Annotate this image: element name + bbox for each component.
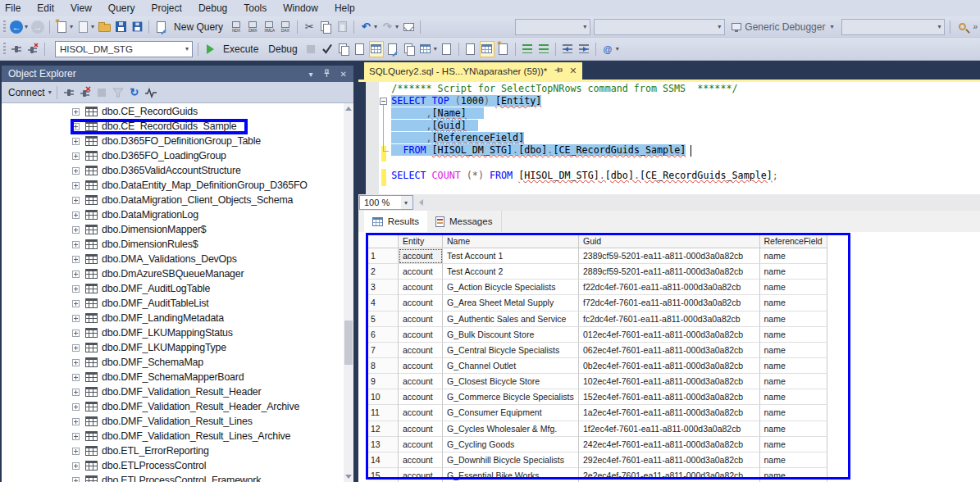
grid-cell[interactable]: account xyxy=(399,327,443,343)
grid-column-header[interactable]: Name xyxy=(443,234,579,248)
menu-file[interactable]: File xyxy=(0,0,29,16)
grid-cell[interactable]: G_Commerce Bicycle Specialists xyxy=(443,389,579,405)
expand-icon[interactable] xyxy=(72,108,80,116)
grid-cell[interactable]: G_Closest Bicycle Store xyxy=(443,374,579,389)
intellisense-icon[interactable] xyxy=(353,41,367,57)
window-position-icon[interactable]: ▾ xyxy=(309,70,313,79)
grid-cell[interactable]: account xyxy=(399,405,443,421)
dropdown-icon[interactable]: ▾ xyxy=(91,23,94,30)
nav-back-icon[interactable]: ← xyxy=(9,19,24,35)
tab-pin-icon[interactable] xyxy=(554,66,563,76)
grid-cell[interactable]: G_Central Bicycle Specialists xyxy=(443,343,579,358)
grid-cell[interactable]: account xyxy=(399,311,443,327)
open-file-icon[interactable] xyxy=(97,19,112,35)
grid-cell[interactable]: G_Channel Outlet xyxy=(443,358,579,374)
grid-cell[interactable]: G_Downhill Bicycle Specialists xyxy=(443,452,579,468)
grid-row-header[interactable]: 10 xyxy=(368,389,399,405)
hscroll-left-icon[interactable] xyxy=(419,199,423,206)
grid-cell[interactable]: account xyxy=(399,343,443,358)
cut-icon[interactable]: ✂ xyxy=(302,19,317,35)
expand-icon[interactable] xyxy=(72,403,80,411)
toolbar-grip[interactable] xyxy=(3,43,6,56)
add-item-icon[interactable] xyxy=(75,19,90,35)
grid-row-header[interactable]: 2 xyxy=(368,264,399,280)
toolbar-combo-1[interactable]: ▾ xyxy=(515,19,590,35)
results-to-grid-icon[interactable] xyxy=(480,41,495,57)
grid-corner-header[interactable] xyxy=(368,234,399,248)
grid-cell[interactable]: fc2dc4ef-7601-ea11-a811-000d3a0a82cb xyxy=(579,311,760,327)
expand-icon[interactable] xyxy=(72,182,80,189)
tree-item[interactable]: dbo.D365ValidAccountStructure xyxy=(2,163,344,178)
grid-cell[interactable]: G_Essential Bike Works xyxy=(443,468,579,482)
expand-icon[interactable] xyxy=(72,344,80,352)
grid-row-header[interactable]: 1 xyxy=(368,248,399,264)
menu-view[interactable]: View xyxy=(62,0,100,16)
grid-cell[interactable]: name xyxy=(760,280,827,295)
dropdown-icon[interactable]: ▾ xyxy=(434,45,437,52)
collapse-region-icon[interactable] xyxy=(380,98,387,105)
grid-cell[interactable]: name xyxy=(760,343,827,358)
tree-item[interactable]: dbo.DMF_LandingMetadata xyxy=(2,311,344,325)
expand-icon[interactable] xyxy=(72,433,80,440)
toolbar-grip[interactable] xyxy=(3,20,6,34)
grid-cell[interactable]: G_Consumer Equipment xyxy=(443,405,579,421)
grid-cell[interactable]: account xyxy=(399,295,443,311)
grid-cell[interactable]: 2389cf59-5201-ea11-a811-000d3a0a82cb xyxy=(579,248,760,264)
dropdown-icon[interactable]: ▾ xyxy=(70,23,73,30)
tab-messages[interactable]: Messages xyxy=(427,211,502,232)
results-to-file-icon[interactable] xyxy=(496,41,511,57)
grid-row-header[interactable]: 15 xyxy=(368,468,399,482)
grid-cell[interactable]: account xyxy=(399,358,443,374)
debug-label[interactable]: Debug xyxy=(263,43,302,55)
tree-item[interactable]: dbo.DMF_SchemaMapperBoard xyxy=(2,370,344,384)
live-query-stats-icon[interactable] xyxy=(385,41,400,57)
tree-item[interactable]: dbo.DMF_Validation_Result_Header xyxy=(2,384,344,399)
grid-cell[interactable]: name xyxy=(760,389,827,405)
expand-icon[interactable] xyxy=(72,477,80,482)
grid-cell[interactable]: name xyxy=(760,468,827,482)
grid-cell[interactable]: name xyxy=(760,374,827,389)
menu-help[interactable]: Help xyxy=(326,0,363,16)
toolbar-overflow-icon[interactable]: » xyxy=(973,22,980,31)
grid-row-header[interactable]: 6 xyxy=(368,327,399,343)
zoom-dropdown-icon[interactable]: ▾ xyxy=(401,196,413,209)
menu-edit[interactable]: Edit xyxy=(29,0,62,16)
include-actual-plan-icon[interactable] xyxy=(369,41,384,57)
comment-icon[interactable] xyxy=(520,41,535,57)
refresh-icon[interactable]: ↻ xyxy=(127,84,142,101)
generic-debugger[interactable]: Generic Debugger▾ xyxy=(727,21,840,33)
connect-button[interactable]: Connect xyxy=(8,87,45,98)
expand-icon[interactable] xyxy=(72,315,80,322)
grid-cell[interactable]: name xyxy=(760,358,827,374)
disconnect-icon[interactable] xyxy=(78,84,93,101)
grid-cell[interactable]: account xyxy=(399,264,443,280)
grid-row-header[interactable]: 8 xyxy=(368,358,399,374)
grid-cell[interactable]: 012ec4ef-7601-ea11-a811-000d3a0a82cb xyxy=(579,327,760,343)
tree-item[interactable]: dbo.ETL_ErrorReporting xyxy=(2,443,344,458)
tab-results[interactable]: Results xyxy=(364,211,427,232)
tree-item[interactable]: dbo.ETLProcessControl_Framework xyxy=(2,473,344,482)
copy-icon[interactable] xyxy=(318,19,333,35)
query-options-icon[interactable] xyxy=(336,41,351,57)
tree-item[interactable]: dbo.DMF_AuditTableList xyxy=(2,296,344,311)
tree-item[interactable]: dbo.DataMigrationLog xyxy=(2,207,344,222)
scroll-down-icon[interactable] xyxy=(345,475,352,479)
expand-icon[interactable] xyxy=(72,197,80,204)
tree-item[interactable]: dbo.DMF_Validation_Result_Lines xyxy=(2,414,344,429)
tree-item[interactable]: dbo.DataMigration_Client_Objects_Schema xyxy=(2,193,344,207)
uncomment-icon[interactable] xyxy=(536,41,551,57)
grid-cell[interactable]: 1a2ec4ef-7601-ea11-a811-000d3a0a82cb xyxy=(579,405,760,421)
activity-monitor-icon[interactable] xyxy=(144,84,158,101)
analysis-dax-icon[interactable]: DAX xyxy=(278,19,293,35)
expand-icon[interactable] xyxy=(72,271,80,278)
filter-icon[interactable] xyxy=(111,84,125,101)
grid-cell[interactable]: 242ec4ef-7601-ea11-a811-000d3a0a82cb xyxy=(579,437,760,452)
change-connection-icon[interactable] xyxy=(25,41,40,57)
close-icon[interactable]: ✕ xyxy=(340,70,347,79)
dropdown-icon[interactable]: ▾ xyxy=(25,23,28,30)
grid-cell[interactable]: 102ec4ef-7601-ea11-a811-000d3a0a82cb xyxy=(579,374,760,389)
grid-cell[interactable]: account xyxy=(399,374,443,389)
tree-item[interactable]: dbo.DmAzureSBQueueManager xyxy=(2,266,344,281)
grid-cell[interactable]: name xyxy=(760,452,827,468)
grid-cell[interactable]: G_Action Bicycle Specialists xyxy=(443,280,579,295)
